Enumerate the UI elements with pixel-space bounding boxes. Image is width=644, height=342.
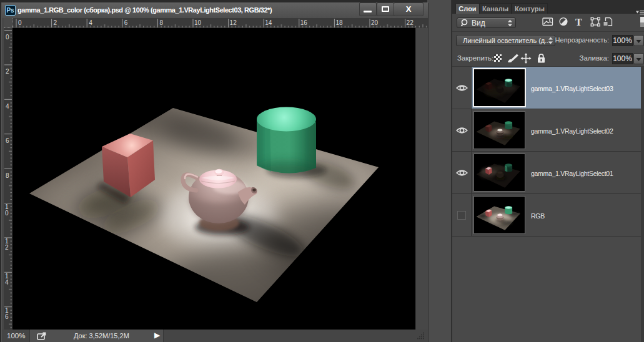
svg-text:4: 4 bbox=[6, 103, 9, 110]
svg-text:6: 6 bbox=[124, 19, 128, 26]
svg-text:8: 8 bbox=[159, 19, 163, 26]
svg-text:22: 22 bbox=[407, 19, 414, 26]
svg-text:16: 16 bbox=[300, 19, 308, 26]
svg-text:12: 12 bbox=[230, 19, 237, 26]
svg-text:0: 0 bbox=[18, 19, 22, 26]
svg-text:10: 10 bbox=[194, 19, 202, 26]
svg-text:0: 0 bbox=[6, 34, 9, 41]
svg-text:18: 18 bbox=[335, 19, 343, 26]
svg-text:4: 4 bbox=[89, 19, 92, 26]
svg-text:2: 2 bbox=[5, 244, 9, 251]
svg-text:6: 6 bbox=[5, 313, 9, 320]
svg-text:8: 8 bbox=[6, 172, 9, 179]
svg-text:4: 4 bbox=[5, 279, 9, 286]
svg-text:T: T bbox=[575, 17, 582, 27]
svg-text:2: 2 bbox=[54, 19, 57, 26]
svg-text:20: 20 bbox=[371, 19, 379, 26]
svg-text:14: 14 bbox=[265, 19, 272, 26]
svg-text:2: 2 bbox=[6, 68, 9, 75]
svg-text:0: 0 bbox=[5, 210, 9, 217]
svg-text:6: 6 bbox=[6, 137, 9, 144]
